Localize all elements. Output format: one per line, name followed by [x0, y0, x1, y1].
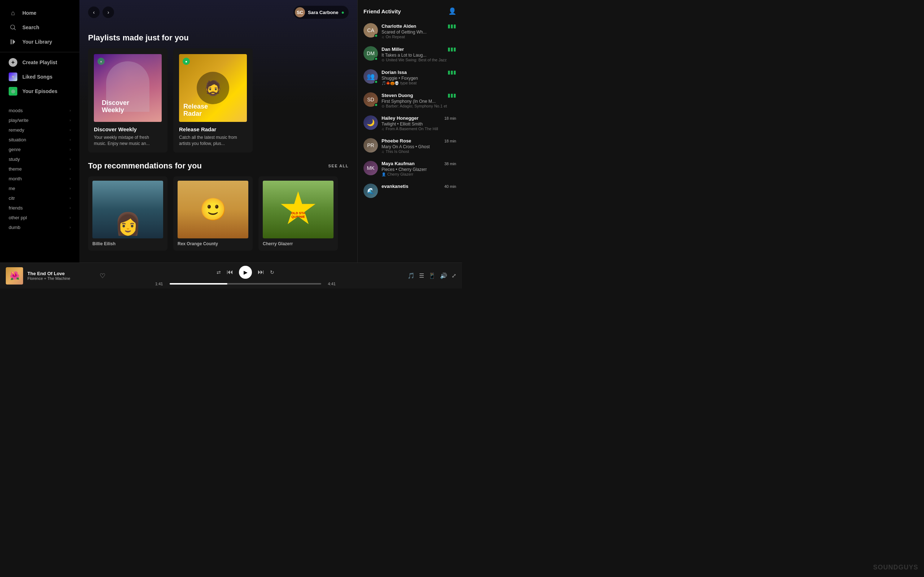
chevron-right-icon: ›: [69, 187, 71, 190]
shuffle-button[interactable]: ⇄: [216, 269, 221, 275]
friend-item-dorian[interactable]: 👥 Dorian Issa ▮▮▮ Shuggie • Foxygen 🎵🍁🎃💀…: [360, 66, 459, 89]
sidebar-item-library[interactable]: Your Library: [4, 35, 75, 49]
friend-avatar-wrap: MK: [363, 161, 378, 175]
friend-time: 40 min: [444, 184, 456, 189]
friend-item-charlotte[interactable]: CA Charlotte Alden ▮▮▮ Scared of Getting…: [360, 19, 459, 43]
friend-time: 38 min: [444, 161, 456, 166]
chevron-right-icon: ›: [69, 128, 71, 132]
sidebar-top: ⌂ Home Search Your Library: [0, 0, 79, 52]
discover-weekly-card[interactable]: ● DiscoverWeekly Discover Weekly Your we…: [88, 48, 168, 153]
friend-info: Charlotte Alden ▮▮▮ Scared of Getting Wh…: [381, 23, 456, 39]
friend-activity-panel: Friend Activity 👤 CA Charlotte Alden ▮▮▮…: [357, 0, 462, 263]
devices-button[interactable]: 📱: [428, 272, 436, 279]
friend-album: ⊙ United We Swing: Best of the Jazz: [381, 58, 456, 62]
friend-track: Pieces • Cherry Glazerr: [381, 167, 456, 172]
rec-card-title: Rex Orange County: [178, 241, 248, 246]
friend-item-maya[interactable]: MK Maya Kaufman 38 min Pieces • Cherry G…: [360, 157, 459, 180]
forward-button[interactable]: ›: [102, 6, 114, 18]
list-item[interactable]: situation ›: [4, 135, 75, 145]
player-controls: ⇄ ⏮ ▶ ⏭ ↻ 1:41 4:41: [113, 266, 378, 286]
chevron-right-icon: ›: [69, 157, 71, 161]
prev-button[interactable]: ⏮: [227, 268, 233, 276]
avatar: 🌙: [363, 115, 378, 130]
fullscreen-button[interactable]: ⤢: [452, 272, 456, 279]
playlists-section-title: Playlists made just for you: [88, 33, 349, 43]
emoji-icons: 🎵🍁🎃💀: [381, 81, 399, 85]
list-item[interactable]: play/write ›: [4, 115, 75, 125]
friend-track: Twilight • Elliott Smith: [381, 121, 456, 127]
list-item[interactable]: other ppl ›: [4, 213, 75, 222]
friend-list: CA Charlotte Alden ▮▮▮ Scared of Getting…: [358, 19, 462, 263]
volume-button[interactable]: 🔊: [440, 272, 447, 279]
friend-info: evankanetis 40 min: [381, 184, 456, 190]
rec-card-star[interactable]: GOLD STARQUINNIE Cherry Glazerr: [258, 176, 338, 251]
see-all-button[interactable]: SEE ALL: [328, 164, 349, 168]
queue-button[interactable]: ☰: [419, 272, 424, 279]
rec-card-smiley[interactable]: 🙂 Rex Orange County: [173, 176, 253, 251]
search-icon: [9, 23, 17, 32]
create-playlist-button[interactable]: + Create Playlist: [4, 55, 75, 69]
chevron-right-icon: ›: [69, 108, 71, 113]
friend-item-hailey[interactable]: 🌙 Hailey Honegger 18 min Twilight • Elli…: [360, 112, 459, 134]
list-item[interactable]: citr ›: [4, 193, 75, 203]
liked-songs-button[interactable]: ♥ Liked Songs: [4, 69, 75, 84]
online-indicator: [374, 103, 378, 107]
progress-bar[interactable]: [170, 283, 321, 285]
friend-item-phoebe[interactable]: PR Phoebe Rose 18 min Mary On A Cross • …: [360, 134, 459, 157]
play-button[interactable]: ▶: [239, 266, 252, 279]
list-item[interactable]: moods ›: [4, 106, 75, 115]
list-item[interactable]: me ›: [4, 184, 75, 193]
rec-card-billie[interactable]: 👩 Billie Eilish: [88, 176, 168, 251]
chevron-right-icon: ›: [69, 118, 71, 122]
list-item[interactable]: dumb ›: [4, 222, 75, 232]
sidebar-item-home[interactable]: ⌂ Home: [4, 6, 75, 20]
find-friends-button[interactable]: 👤: [448, 7, 456, 15]
friend-time: 18 min: [444, 139, 456, 143]
music-note-icon: ⊙: [381, 104, 384, 108]
sidebar-item-search[interactable]: Search: [4, 20, 75, 35]
lyrics-button[interactable]: 🎵: [407, 272, 415, 279]
rec-card-title: Billie Eilish: [92, 241, 163, 246]
next-button[interactable]: ⏭: [258, 268, 264, 276]
user-menu[interactable]: SC Sara Carbone ●: [294, 6, 349, 19]
topbar: ‹ › SC Sara Carbone ●: [79, 0, 357, 24]
billie-image: 👩: [92, 181, 163, 239]
music-note-icon: ♫: [381, 127, 384, 131]
release-radar-card[interactable]: ● 🧔 ReleaseRadar Release Radar Catch all…: [173, 48, 253, 153]
list-item[interactable]: genre ›: [4, 145, 75, 154]
friend-name: Dorian Issa: [381, 69, 407, 75]
chevron-right-icon: ›: [69, 206, 71, 210]
friend-name: Steven Duong: [381, 93, 413, 98]
now-playing-bar: 🌺 The End Of Love Florence + The Machine…: [0, 263, 462, 288]
library-icon: [9, 37, 17, 46]
friend-avatar-wrap: SD: [363, 92, 378, 107]
friend-name: evankanetis: [381, 184, 408, 189]
list-item[interactable]: study ›: [4, 154, 75, 164]
total-time: 4:41: [325, 282, 336, 286]
friend-item-evan[interactable]: 🌊 evankanetis 40 min: [360, 180, 459, 201]
friend-avatar-wrap: CA: [363, 23, 378, 37]
your-episodes-button[interactable]: ◎ Your Episodes: [4, 84, 75, 98]
friend-avatar-wrap: DM: [363, 46, 378, 61]
friend-info: Steven Duong ▮▮▮ First Symphony (In One …: [381, 92, 456, 108]
list-item[interactable]: remedy ›: [4, 125, 75, 135]
list-item[interactable]: theme ›: [4, 164, 75, 174]
list-item[interactable]: month ›: [4, 174, 75, 184]
friend-item-steven[interactable]: SD Steven Duong ▮▮▮ First Symphony (In O…: [360, 89, 459, 112]
repeat-button[interactable]: ↻: [270, 269, 274, 275]
track-info: The End Of Love Florence + The Machine: [27, 271, 94, 280]
heart-button[interactable]: ♡: [98, 271, 107, 281]
friend-item-dan[interactable]: DM Dan Miller ▮▮▮ It Takes a Lot to Laug…: [360, 43, 459, 66]
music-note-icon: ⊙: [381, 58, 384, 62]
track-name: The End Of Love: [27, 271, 94, 276]
back-button[interactable]: ‹: [88, 6, 100, 18]
rec-card-title: Cherry Glazerr: [263, 241, 333, 246]
now-playing-bars-icon: ▮▮▮: [447, 23, 456, 29]
progress-bar-wrap: 1:41 4:41: [155, 282, 336, 286]
star-image: GOLD STARQUINNIE: [263, 181, 333, 239]
list-item[interactable]: friends ›: [4, 203, 75, 213]
online-indicator: [374, 80, 378, 84]
discover-weekly-art: ● DiscoverWeekly: [94, 54, 162, 122]
friend-track: It Takes a Lot to Laug...: [381, 53, 456, 58]
release-radar-image: ● 🧔 ReleaseRadar: [179, 54, 247, 122]
